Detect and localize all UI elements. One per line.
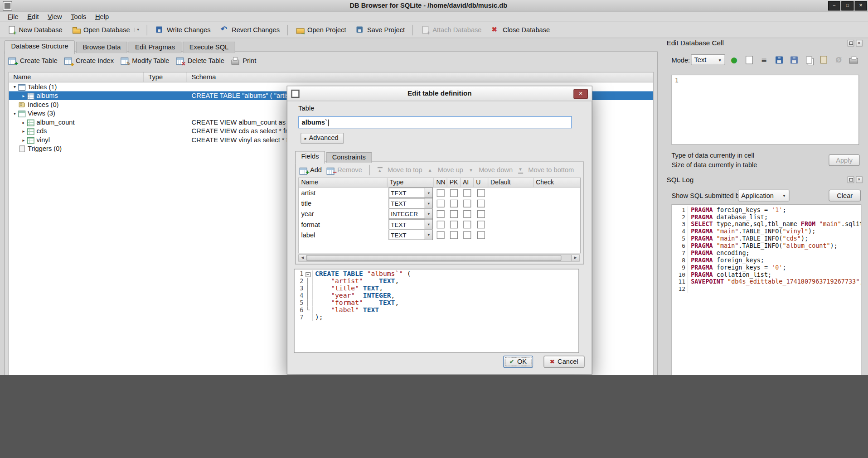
close-panel-icon[interactable]: ✕ <box>856 40 863 47</box>
mode-dropdown[interactable]: Text ▼ <box>691 54 725 65</box>
field-row-label[interactable]: labelTEXT▼ <box>299 230 580 240</box>
dropdown-arrow-icon[interactable]: ▾ <box>134 28 139 32</box>
paste-button[interactable] <box>817 53 830 66</box>
print-button[interactable] <box>847 53 860 66</box>
close-button[interactable]: ✕ <box>855 1 867 10</box>
field-row-format[interactable]: formatTEXT▼ <box>299 219 580 230</box>
field-row-title[interactable]: titleTEXT▼ <box>299 198 580 208</box>
delete-table-button[interactable]: Delete Table <box>176 57 224 66</box>
u-checkbox[interactable] <box>477 221 485 228</box>
u-checkbox[interactable] <box>477 189 485 197</box>
menu-edit[interactable]: Edit <box>23 12 44 21</box>
fields-column-header-nn[interactable]: NN <box>434 178 447 187</box>
type-dropdown[interactable]: TEXT▼ <box>388 198 433 208</box>
expander-icon[interactable]: ▸ <box>20 120 27 125</box>
column-header-schema[interactable]: Schema <box>187 72 653 82</box>
minimize-button[interactable]: – <box>828 1 840 10</box>
dialog-titlebar[interactable]: Edit table definition ✕ <box>287 86 592 101</box>
titlebar[interactable]: DB Browser for SQLite - /home/david/db/m… <box>0 0 868 12</box>
ai-checkbox[interactable] <box>463 210 471 217</box>
nn-checkbox[interactable] <box>437 231 445 239</box>
print-button[interactable]: Print <box>231 57 257 66</box>
type-dropdown[interactable]: TEXT▼ <box>388 219 433 230</box>
dialog-close-button[interactable]: ✕ <box>573 89 588 99</box>
ok-button[interactable]: ✔OK <box>503 356 533 368</box>
menu-help[interactable]: Help <box>91 12 113 21</box>
float-panel-icon[interactable] <box>848 40 854 47</box>
u-checkbox[interactable] <box>477 210 485 217</box>
expander-icon[interactable]: ▸ <box>20 137 27 142</box>
u-checkbox[interactable] <box>477 231 485 239</box>
create-table-button[interactable]: Create Table <box>8 57 57 66</box>
import-data-button[interactable] <box>772 53 786 66</box>
field-check[interactable] <box>533 230 580 240</box>
revert-changes-button[interactable]: Revert Changes <box>216 24 284 36</box>
type-dropdown[interactable]: TEXT▼ <box>388 188 433 198</box>
u-checkbox[interactable] <box>477 199 485 207</box>
log-filter-dropdown[interactable]: Application ▼ <box>738 190 790 202</box>
maximize-button[interactable]: □ <box>841 1 853 10</box>
fields-column-header-ai[interactable]: AI <box>461 178 474 187</box>
sql-log[interactable]: 1PRAGMA foreign_keys = '1';2PRAGMA datab… <box>671 204 861 375</box>
nn-checkbox[interactable] <box>437 189 445 197</box>
create-index-button[interactable]: Create Index <box>64 57 114 66</box>
close-database-button[interactable]: Close Database <box>487 24 554 36</box>
expander-icon[interactable]: ▾ <box>11 111 18 116</box>
type-dropdown[interactable]: INTEGER▼ <box>388 208 433 219</box>
nn-checkbox[interactable] <box>437 199 445 207</box>
scroll-right-icon[interactable]: ▶ <box>571 255 579 261</box>
fields-column-header-type[interactable]: Type <box>388 178 434 187</box>
fields-column-header-name[interactable]: Name <box>299 178 388 187</box>
export-data-button[interactable] <box>787 53 800 66</box>
scrollbar-thumb[interactable] <box>307 255 562 261</box>
close-log-panel-icon[interactable]: ✕ <box>856 176 863 183</box>
fields-horizontal-scrollbar[interactable]: ◀ ▶ <box>298 255 579 262</box>
expander-icon[interactable]: ▾ <box>11 84 18 89</box>
pk-checkbox[interactable] <box>450 231 458 239</box>
field-default[interactable] <box>488 219 533 230</box>
dialog-tab-fields[interactable]: Fields <box>295 151 325 164</box>
sql-preview[interactable]: 1CREATE TABLE "albums`" (2 "artist" TEXT… <box>294 269 579 353</box>
add-button[interactable]: Add <box>300 166 322 174</box>
nn-checkbox[interactable] <box>437 210 445 217</box>
field-check[interactable] <box>533 188 580 198</box>
fields-column-header-u[interactable]: U <box>474 178 488 187</box>
ai-checkbox[interactable] <box>463 199 471 207</box>
scroll-left-icon[interactable]: ◀ <box>299 255 307 261</box>
modify-table-button[interactable]: Modify Table <box>121 57 170 66</box>
ai-checkbox[interactable] <box>463 189 471 197</box>
fold-marker-icon[interactable] <box>305 270 313 278</box>
table-name-input[interactable]: albums` <box>298 116 572 128</box>
menu-view[interactable]: View <box>43 12 66 21</box>
expander-icon[interactable]: ▸ <box>20 93 27 98</box>
text-page-button[interactable] <box>742 53 756 66</box>
cancel-button[interactable]: ✖Cancel <box>543 356 584 368</box>
pk-checkbox[interactable] <box>450 210 458 217</box>
fields-column-header-pk[interactable]: PK <box>447 178 461 187</box>
column-header-name[interactable]: Name <box>9 72 144 82</box>
field-default[interactable] <box>488 188 533 198</box>
open-database-button[interactable]: Open Database▾ <box>68 24 143 36</box>
advanced-toggle[interactable]: ▸Advanced <box>301 133 344 144</box>
pk-checkbox[interactable] <box>450 221 458 228</box>
open-in-app-button[interactable]: ● <box>727 53 741 66</box>
fields-column-header-default[interactable]: Default <box>488 178 533 187</box>
ai-checkbox[interactable] <box>463 231 471 239</box>
field-default[interactable] <box>488 208 533 219</box>
save-project-button[interactable]: Save Project <box>352 24 409 36</box>
open-project-button[interactable]: Open Project <box>292 24 350 36</box>
tab-browse-data[interactable]: Browse Data <box>76 42 127 53</box>
field-default[interactable] <box>488 198 533 208</box>
write-changes-button[interactable]: Write Changes <box>151 24 214 36</box>
type-dropdown[interactable]: TEXT▼ <box>388 230 433 240</box>
field-row-year[interactable]: yearINTEGER▼ <box>299 208 580 219</box>
column-header-type[interactable]: Type <box>144 72 187 82</box>
field-check[interactable] <box>533 219 580 230</box>
field-row-artist[interactable]: artistTEXT▼ <box>299 188 580 198</box>
fields-column-header-check[interactable]: Check <box>533 178 580 187</box>
tab-database-structure[interactable]: Database Structure <box>5 40 75 54</box>
field-check[interactable] <box>533 198 580 208</box>
tab-edit-pragmas[interactable]: Edit Pragmas <box>128 42 181 53</box>
tab-execute-sql[interactable]: Execute SQL <box>183 42 235 53</box>
dialog-tab-constraints[interactable]: Constraints <box>326 152 372 163</box>
